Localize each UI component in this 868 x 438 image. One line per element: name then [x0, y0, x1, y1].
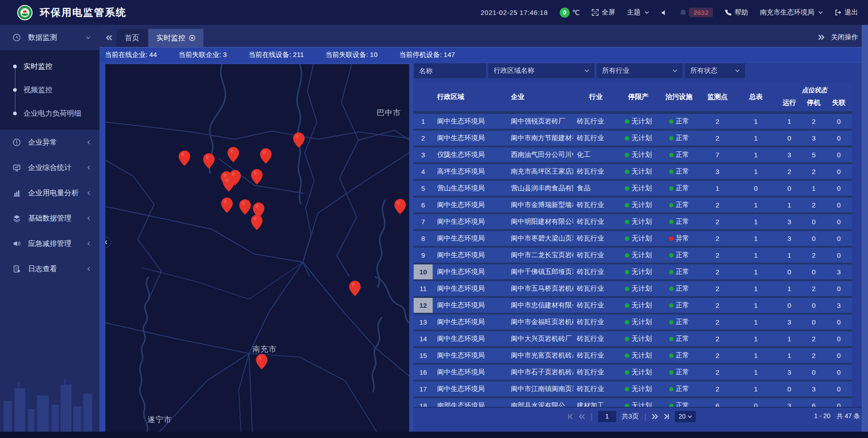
next-page-button[interactable] — [652, 414, 658, 419]
row-treatment-status: 正常 — [658, 201, 700, 209]
sidebar-item-1[interactable]: 数据监测 — [0, 25, 99, 50]
close-operations-button[interactable]: 关闭操作 — [831, 33, 858, 42]
table-row[interactable]: 2阆中生态环境局阆中市南方节能建材有砖瓦行业无计划正常21030 — [414, 131, 852, 146]
map-pin[interactable] — [239, 199, 251, 215]
name-filter-field[interactable] — [414, 63, 486, 78]
tabs-scroll-right-button[interactable] — [818, 34, 825, 40]
chevron-down-icon — [688, 415, 692, 418]
row-treatment-status: 正常 — [658, 334, 700, 343]
help-button[interactable]: 帮助 — [725, 8, 748, 17]
status-dot — [625, 136, 629, 141]
row-company: 阆中千佛镇五郎垭页岩 — [502, 268, 573, 276]
table-row[interactable]: 8阆中生态环境局阆中市枣碧大梁山页岩砖瓦行业无计划异常21300 — [414, 231, 852, 246]
page-number-input[interactable] — [598, 411, 616, 422]
table-body: 1阆中生态环境局阆中强锐页岩砖厂砖瓦行业无计划正常211202阆中生态环境局阆中… — [414, 111, 852, 407]
table-row[interactable]: 9阆中生态环境局阆中市二龙长宝页岩砖砖瓦行业无计划正常21120 — [414, 248, 852, 263]
chevron-down-icon — [735, 69, 740, 72]
first-page-button[interactable] — [567, 414, 573, 419]
table-row[interactable]: 15阆中生态环境局阆中市光富页岩机砖厂砖瓦行业无计划正常21120 — [414, 348, 852, 363]
log-icon — [13, 265, 23, 273]
sidebar-item-4[interactable]: 企业用电量分析 — [0, 180, 99, 206]
status-dot — [669, 253, 674, 258]
row-industry: 砖瓦行业 — [573, 167, 618, 176]
chevron-down-icon — [673, 69, 677, 72]
sidebar-item-7[interactable]: 日志查看 — [0, 256, 99, 282]
row-production-status: 无计划 — [618, 318, 658, 326]
sound-button[interactable] — [661, 9, 668, 16]
status-filter-select[interactable]: 所有状态 — [685, 63, 745, 78]
sidebar-subitem[interactable]: 实时监控 — [0, 55, 99, 78]
row-meters: 1 — [735, 251, 777, 259]
row-industry: 砖瓦行业 — [573, 318, 618, 326]
sidebar-item-2[interactable]: 企业异常 — [0, 130, 99, 155]
table-row[interactable]: 11阆中生态环境局阆中市五马桥页岩机砖砖瓦行业无计划正常21120 — [414, 281, 852, 296]
map-canvas[interactable]: 巴中市南充市遂宁市 — [105, 64, 409, 432]
map-pin[interactable] — [251, 215, 263, 230]
map-pin[interactable] — [251, 169, 263, 184]
row-running: 3 — [777, 402, 802, 407]
row-production-status: 无计划 — [618, 401, 658, 407]
map-pin[interactable] — [256, 354, 268, 369]
row-meters: 1 — [735, 352, 777, 359]
status-text: 无计划 — [632, 184, 652, 193]
theme-dropdown[interactable]: 主题 — [627, 8, 649, 17]
table-row[interactable]: 14阆中生态环境局阆中大兴页岩机砖厂砖瓦行业无计划正常21120 — [414, 331, 852, 346]
row-production-status: 无计划 — [618, 301, 658, 310]
table-row[interactable]: 1阆中生态环境局阆中强锐页岩砖厂砖瓦行业无计划正常21120 — [414, 114, 852, 129]
sidebar-item-6[interactable]: 应急减排管理 — [0, 231, 99, 256]
row-production-status: 无计划 — [618, 167, 658, 176]
sidebar-subitem[interactable]: 视频监控 — [0, 78, 99, 102]
row-running: 1 — [777, 352, 802, 359]
map-pin[interactable] — [349, 281, 361, 296]
org-dropdown[interactable]: 南充市生态环境局 — [760, 8, 823, 17]
table-row[interactable]: 18南部生态环境局南部县水泥有限公建材加工无计划正常60360 — [414, 398, 852, 407]
map-pin[interactable] — [293, 132, 305, 148]
row-treatment-status: 正常 — [658, 151, 700, 159]
close-icon[interactable] — [189, 35, 195, 41]
table-row[interactable]: 16阆中生态环境局阆中市石子页岩机砖厂砖瓦行业无计划正常21300 — [414, 365, 852, 380]
table-row[interactable]: 10阆中生态环境局阆中千佛镇五郎垭页岩砖瓦行业无计划正常21003 — [414, 264, 852, 279]
fullscreen-button[interactable]: 全屏 — [592, 8, 615, 17]
row-points: 2 — [700, 201, 735, 209]
tab-1[interactable]: 首页 — [117, 29, 147, 47]
status-dot — [669, 270, 674, 274]
stats-bar: 当前在线企业: 44当前失联企业: 3当前在线设备: 211当前失联设备: 10… — [99, 47, 868, 62]
map-pin[interactable] — [394, 199, 406, 214]
table-row[interactable]: 6阆中生态环境局阆中市金博瑞新型墙材砖瓦行业无计划正常21120 — [414, 198, 852, 212]
tabs: 首页实时监控 — [117, 29, 204, 47]
scrollbar[interactable] — [862, 25, 868, 432]
status-dot — [669, 303, 674, 308]
notifications-button[interactable]: 2632 — [679, 8, 713, 17]
map-pin[interactable] — [227, 147, 239, 162]
row-region: 阆中生态环境局 — [433, 385, 502, 393]
page-size-select[interactable]: 20 — [675, 411, 696, 422]
row-meters: 1 — [735, 134, 777, 142]
table-row[interactable]: 12阆中生态环境局阆中市忠信建材有限公砖瓦行业无计划正常21003 — [414, 298, 852, 313]
table-row[interactable]: 13阆中生态环境局阆中市金福旺页岩机砖砖瓦行业无计划正常21300 — [414, 315, 852, 330]
region-filter-select[interactable]: 行政区域名称 — [488, 63, 594, 78]
table-row[interactable]: 7阆中生态环境局阆中明阳建材有限公司砖瓦行业无计划正常21300 — [414, 214, 852, 229]
logout-button[interactable]: 退出 — [835, 8, 858, 17]
row-meters: 1 — [735, 201, 777, 209]
sidebar-subitem[interactable]: 企业电力负荷明细 — [0, 102, 99, 125]
tabs-scroll-left-button[interactable] — [106, 35, 112, 41]
table-row[interactable]: 3仪陇生态环境局西南油气田分公司川中化工无计划正常71350 — [414, 147, 852, 162]
last-page-button[interactable] — [664, 414, 670, 419]
status-dot — [625, 220, 629, 224]
map-pin[interactable] — [203, 153, 215, 169]
sidebar-item-3[interactable]: 企业综合统计 — [0, 155, 99, 180]
prev-page-button[interactable] — [579, 414, 585, 419]
row-region: 阆中生态环境局 — [433, 368, 502, 377]
name-filter-input[interactable] — [419, 67, 481, 75]
industry-filter-select[interactable]: 所有行业 — [597, 63, 683, 78]
map-pin[interactable] — [179, 151, 190, 166]
table-row[interactable]: 17阆中生态环境局阆中市江南镇阆南页岩砖瓦行业无计划正常21030 — [414, 381, 852, 396]
tab-2[interactable]: 实时监控 — [148, 29, 203, 47]
map-pin[interactable] — [260, 148, 272, 164]
sidebar-item-5[interactable]: 基础数据管理 — [0, 206, 99, 231]
row-region: 阆中生态环境局 — [433, 284, 502, 293]
table-row[interactable]: 4高坪生态环境局南充市高坪区王家店建砖瓦行业无计划正常31220 — [414, 164, 852, 179]
map-pin[interactable] — [223, 176, 235, 192]
map-pin[interactable] — [221, 198, 233, 213]
table-row[interactable]: 5营山生态环境局营山县润丰肉食品有限食品无计划正常10010 — [414, 181, 852, 196]
